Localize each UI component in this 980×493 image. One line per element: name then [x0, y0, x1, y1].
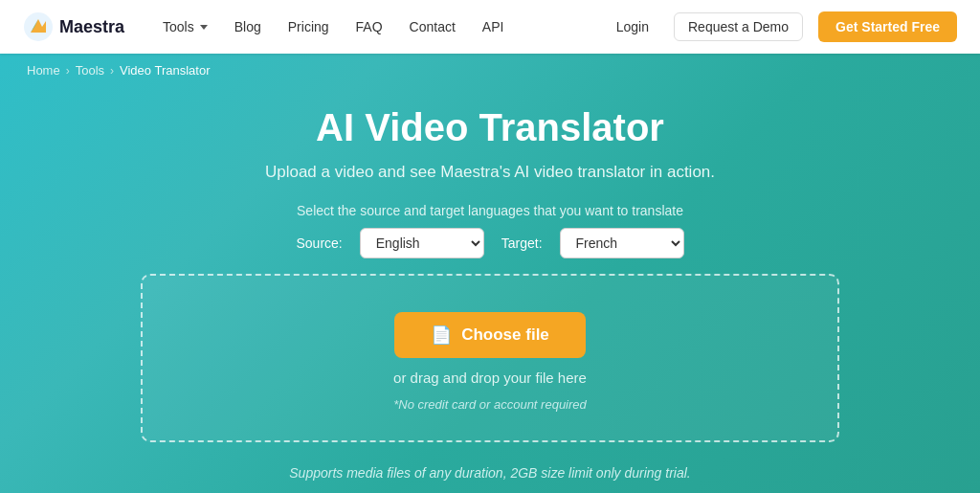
target-language-select[interactable]: French English Spanish German [560, 228, 684, 258]
source-language-select[interactable]: English Spanish French German [360, 228, 484, 258]
nav-links: Tools Blog Pricing FAQ Contact API [151, 11, 607, 42]
nav-link-blog[interactable]: Blog [223, 11, 273, 42]
hero-subtitle: Upload a video and see Maestra's AI vide… [23, 163, 957, 182]
hero-section: AI Video Translator Upload a video and s… [0, 87, 980, 274]
nav-link-faq[interactable]: FAQ [345, 11, 394, 42]
language-instruction: Select the source and target languages t… [23, 203, 957, 218]
source-label: Source: [296, 235, 342, 251]
no-credit-text: *No credit card or account required [393, 397, 587, 412]
nav-right: Login Request a Demo Get Started Free [607, 11, 957, 42]
nav-link-tools[interactable]: Tools [151, 11, 219, 42]
choose-file-label: Choose file [461, 325, 549, 345]
nav-link-api[interactable]: API [471, 11, 516, 42]
breadcrumb-current: Video Translator [120, 63, 210, 78]
nav-link-contact[interactable]: Contact [398, 11, 467, 42]
choose-file-button[interactable]: 📄 Choose file [394, 312, 586, 358]
target-label: Target: [501, 235, 543, 251]
breadcrumb-sep-1: › [66, 64, 70, 78]
page-title: AI Video Translator [23, 106, 957, 149]
login-button[interactable]: Login [607, 13, 658, 40]
navbar: Maestra Tools Blog Pricing FAQ Contact A… [0, 0, 980, 54]
footer-note: Supports media files of any duration, 2G… [0, 465, 980, 481]
chevron-down-icon [200, 25, 208, 30]
breadcrumb: Home › Tools › Video Translator [0, 54, 980, 87]
drag-drop-text: or drag and drop your file here [393, 370, 587, 386]
breadcrumb-sep-2: › [110, 64, 114, 78]
logo[interactable]: Maestra [23, 11, 124, 42]
logo-icon [23, 11, 54, 42]
breadcrumb-home[interactable]: Home [27, 63, 60, 78]
file-drop-zone[interactable]: 📄 Choose file or drag and drop your file… [141, 274, 839, 442]
get-started-button[interactable]: Get Started Free [818, 11, 957, 42]
language-selectors: Source: English Spanish French German Ta… [23, 228, 957, 258]
breadcrumb-tools[interactable]: Tools [76, 63, 104, 78]
request-demo-button[interactable]: Request a Demo [674, 12, 803, 41]
logo-text: Maestra [59, 17, 124, 37]
file-icon: 📄 [431, 325, 452, 346]
nav-link-pricing[interactable]: Pricing [277, 11, 341, 42]
